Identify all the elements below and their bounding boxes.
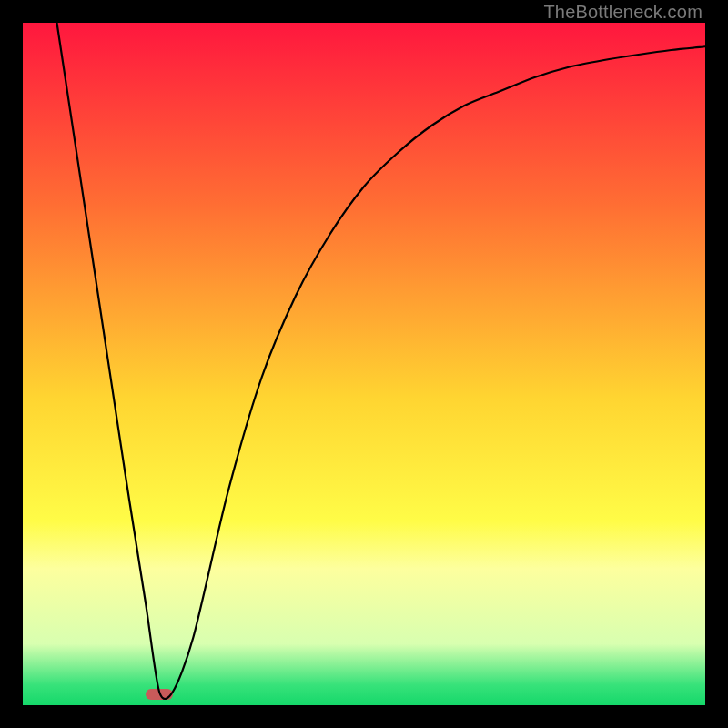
chart-frame: TheBottleneck.com [0, 0, 728, 728]
optimal-marker [146, 689, 173, 700]
plot-area [23, 23, 705, 705]
watermark-label: TheBottleneck.com [543, 2, 703, 23]
background-gradient [23, 23, 705, 705]
svg-rect-0 [23, 23, 705, 705]
